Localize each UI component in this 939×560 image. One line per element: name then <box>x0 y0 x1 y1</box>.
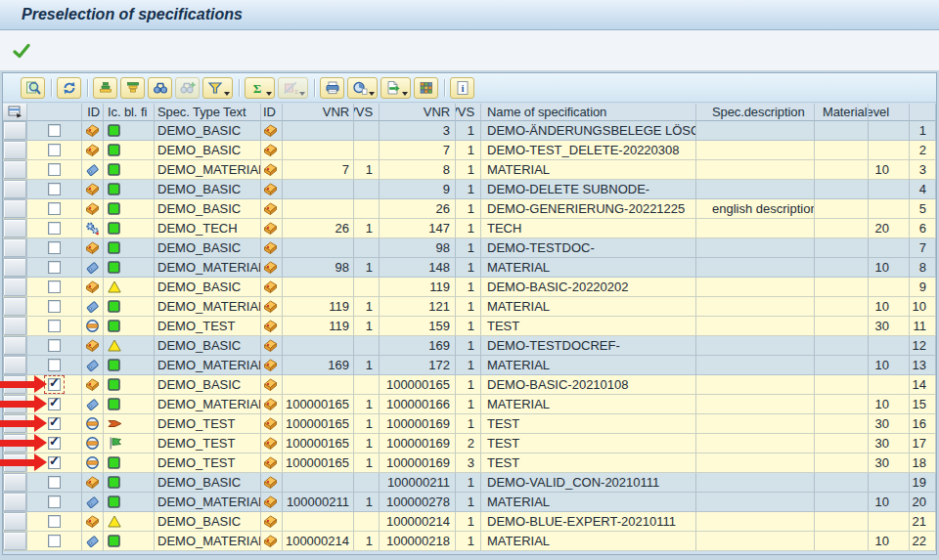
select-checkbox[interactable]: ✓ <box>48 398 61 410</box>
cell-chk: ✓ <box>27 453 82 473</box>
cell-text-vnr2: 100000211 <box>387 473 450 492</box>
row-selector-button[interactable] <box>3 238 26 257</box>
row-selector-button[interactable] <box>3 356 26 374</box>
row-selector-button[interactable] <box>3 258 26 277</box>
select-checkbox[interactable] <box>48 495 61 508</box>
row-selector-button[interactable] <box>3 219 26 237</box>
row-selector-button[interactable] <box>3 532 26 550</box>
cell-text-name: DEMO-TEST_DELETE-20220308 <box>487 141 680 159</box>
total-button[interactable]: Σ <box>245 77 275 99</box>
column-header-id1[interactable]: ID <box>82 104 104 121</box>
cell-num: 9 <box>910 278 936 297</box>
export-button[interactable] <box>380 77 411 99</box>
cell-desc <box>696 238 815 258</box>
select-checkbox[interactable] <box>48 300 61 313</box>
select-checkbox[interactable] <box>48 202 61 215</box>
row-selector-button[interactable] <box>3 121 26 140</box>
column-header-level[interactable]: Level <box>869 104 910 121</box>
find-button[interactable] <box>148 77 172 99</box>
cell-num: 15 <box>910 395 936 414</box>
cell-text-name: DEMO-BASIC-20210108 <box>487 375 629 394</box>
select-checkbox[interactable] <box>48 163 61 176</box>
cell-chk <box>27 473 82 493</box>
set-filter-button[interactable] <box>202 77 233 99</box>
cell-vvs2: 1 <box>456 395 481 414</box>
row-selector-button[interactable] <box>3 414 26 433</box>
column-header-label: VVS <box>354 104 373 120</box>
column-header-name[interactable]: Name of specification <box>481 104 696 121</box>
row-selector-button[interactable] <box>3 297 26 316</box>
info-page-icon: i <box>455 80 470 96</box>
cell-sel <box>3 121 27 141</box>
checkbox-wrap: ✓ <box>27 434 81 452</box>
select-checkbox[interactable] <box>48 515 61 528</box>
column-header-vvs2[interactable]: VVS <box>456 104 481 121</box>
column-header-num[interactable] <box>910 104 936 121</box>
select-checkbox[interactable] <box>48 124 61 137</box>
column-header-vnr2[interactable]: VNR <box>380 104 456 121</box>
select-checkbox[interactable] <box>48 241 61 254</box>
row-selector-button[interactable] <box>3 141 26 159</box>
column-header-chk[interactable] <box>27 104 82 121</box>
select-checkbox[interactable] <box>48 535 61 547</box>
column-header-sel[interactable] <box>3 104 27 121</box>
select-checkbox[interactable]: ✓ <box>48 417 61 430</box>
refresh-button[interactable] <box>57 77 81 99</box>
row-selector-button[interactable] <box>3 395 26 413</box>
select-checkbox[interactable] <box>48 144 61 156</box>
cell-vvs1: 1 <box>354 297 380 317</box>
column-header-vvs1[interactable]: VVS <box>354 104 380 121</box>
cell-chk <box>27 356 82 375</box>
select-checkbox[interactable] <box>48 261 61 274</box>
select-checkbox[interactable] <box>48 320 61 332</box>
spec-wedge-icon <box>85 201 100 216</box>
select-checkbox[interactable] <box>48 222 61 235</box>
select-checkbox[interactable]: ✓ <box>48 437 61 450</box>
print-button[interactable] <box>320 77 344 99</box>
row-selector-button[interactable] <box>3 434 26 452</box>
column-header-id2[interactable]: ID <box>261 104 283 121</box>
column-header-material[interactable]: Material <box>815 104 869 121</box>
cell-text-level: 30 <box>875 317 889 335</box>
row-selector-button[interactable] <box>3 375 26 394</box>
select-checkbox[interactable] <box>48 339 61 352</box>
row-selector-button[interactable] <box>3 493 26 511</box>
row-selector-button[interactable] <box>3 317 26 335</box>
row-selector-button[interactable] <box>3 512 26 531</box>
sort-ascending-button[interactable] <box>93 77 117 99</box>
spec-wedge-icon <box>263 338 278 353</box>
row-selector-button[interactable] <box>3 180 26 198</box>
cell-material <box>815 375 869 395</box>
cell-vnr2: 121 <box>380 297 456 317</box>
choose-detail-button[interactable] <box>21 77 45 99</box>
find-next-button[interactable] <box>175 77 200 99</box>
cell-id1 <box>82 375 104 395</box>
column-header-type[interactable]: Spec. Type Text <box>155 104 261 121</box>
select-checkbox[interactable]: ✓ <box>48 456 61 469</box>
select-checkbox[interactable] <box>48 280 61 293</box>
choose-layout-button[interactable] <box>414 77 438 99</box>
cell-text-name: DEMO-BLUE-EXPERT-20210111 <box>487 512 676 531</box>
select-checkbox[interactable] <box>48 476 61 489</box>
row-selector-button[interactable] <box>3 473 26 492</box>
column-header-desc[interactable]: Spec.description <box>696 104 815 121</box>
sort-descending-button[interactable] <box>120 77 145 99</box>
row-selector-button[interactable] <box>3 199 26 218</box>
row-selector-button[interactable] <box>3 160 26 179</box>
select-checkbox[interactable] <box>48 359 61 371</box>
confirm-button[interactable] <box>9 39 34 63</box>
column-header-vnr1[interactable]: VNR <box>283 104 354 121</box>
row-selector-button[interactable] <box>3 336 26 355</box>
cell-name: MATERIAL <box>481 395 696 414</box>
views-button[interactable] <box>347 77 378 99</box>
select-checkbox[interactable] <box>48 183 61 195</box>
row-selector-button[interactable] <box>3 453 26 472</box>
select-checkbox[interactable]: ✓ <box>48 378 61 391</box>
cell-material <box>815 395 869 414</box>
row-selector-button[interactable] <box>3 278 26 296</box>
information-button[interactable]: i <box>450 77 474 99</box>
cell-name: DEMO-TESTDOCREF- <box>481 336 696 356</box>
column-header-icbl[interactable]: Ic. bl. fi <box>104 104 155 121</box>
subtotals-button[interactable]: Σ <box>278 77 308 99</box>
cell-text-vnr1: 98 <box>335 258 349 277</box>
